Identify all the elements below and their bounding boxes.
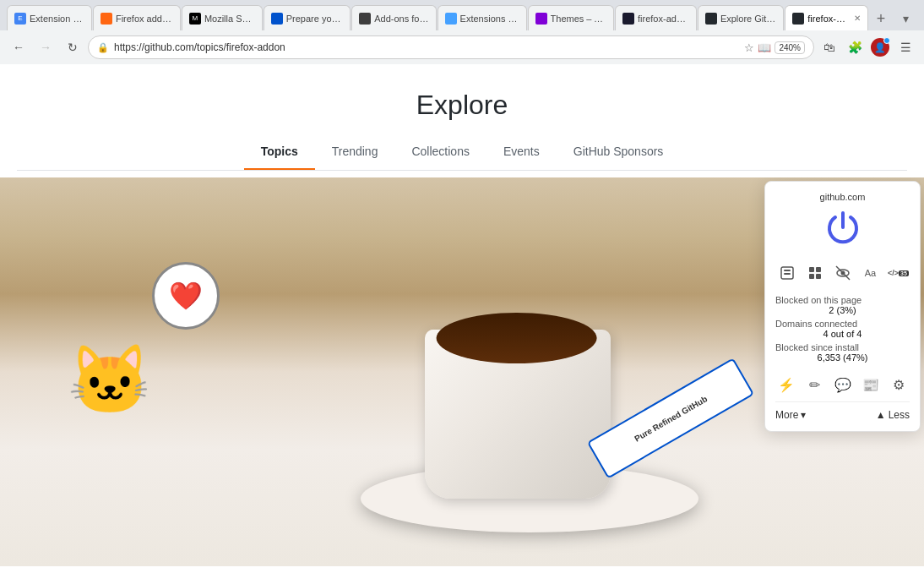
back-button[interactable]: ← [7,35,30,59]
lightning-icon: ⚡ [778,377,795,393]
svg-rect-3 [809,267,814,272]
popup-footer: More ▾ ▲ Less [775,401,910,421]
font-tool-button[interactable]: Aa [859,259,882,287]
svg-rect-6 [816,274,821,279]
stat-value: 2 (3%) [775,305,910,315]
tab-tab-github-addon[interactable]: firefox-addon-... [615,5,697,30]
popup-tools-row: Aa </>35 [775,259,910,287]
extensions-button[interactable]: 🧩 [843,35,867,59]
popup-header: github.com [775,192,910,251]
svg-rect-5 [809,274,814,279]
tab-tab-active[interactable]: firefox-addo... ✕ [785,5,868,30]
forward-button[interactable]: → [34,35,57,59]
page-content: Explore TopicsTrendingCollectionsEventsG… [0,64,924,584]
more-button[interactable]: More ▾ [775,409,806,421]
settings-icon: ⚙ [893,377,905,393]
popup-site: github.com [775,192,910,202]
more-label: More [775,409,798,421]
address-bar[interactable]: 🔒 https://github.com/topics/firefox-addo… [88,35,814,59]
tab-tab-addons-for-fire[interactable]: Add-ons for Fir... [351,5,436,30]
tab-tab-extension-basic[interactable]: E Extension Basi... [7,5,92,30]
settings-icon-button[interactable]: ⚙ [889,371,910,398]
tab-overflow-button[interactable]: ▾ [894,7,917,30]
svg-rect-2 [784,273,791,275]
explore-title: Explore [17,90,907,121]
stat-label: Blocked on this page [775,295,910,305]
popup-stat: Domains connected 4 out of 4 [775,319,910,339]
tab-bar: E Extension Basi... Firefox add-ons... M… [0,0,924,30]
lock-icon: 🔒 [97,42,109,53]
tab-title: Themes – Add-... [551,14,606,24]
popup-container: github.com [764,181,921,432]
popup-stat: Blocked on this page 2 (3%) [775,295,910,315]
browser-chrome: E Extension Basi... Firefox add-ons... M… [0,0,924,64]
tab-title: Explore GitHub... [720,14,776,24]
news-icon: 📰 [862,377,879,393]
tab-tab-explore-github[interactable]: Explore GitHub... [698,5,784,30]
url-display: https://github.com/topics/firefox-addon [114,41,739,53]
stat-label: Domains connected [775,319,910,329]
chat-icon: 💬 [834,377,851,393]
popup-power-icon [822,209,864,251]
profile-button[interactable]: 👤 [868,35,892,59]
lightning-icon-button[interactable]: ⚡ [775,371,796,398]
nav-item-github-sponsors[interactable]: GitHub Sponsors [557,134,681,170]
power-svg [822,209,864,251]
tab-title: Firefox add-ons... [116,14,173,24]
zoom-level: 240% [775,41,805,54]
tab-tab-firefox-addons[interactable]: Firefox add-ons... [93,5,181,30]
explore-header: Explore TopicsTrendingCollectionsEventsG… [0,64,924,171]
tab-tab-mozilla-support[interactable]: M Mozilla Support [182,5,263,30]
tab-title: Extension Basi... [30,14,84,24]
chevron-up-icon: ▲ [876,409,886,421]
pencil-icon-button[interactable]: ✏ [803,371,824,398]
stat-value: 6,353 (47%) [775,352,910,363]
tab-title: Prepare your Fi... [286,14,343,24]
tab-title: firefox-addon-... [638,14,689,24]
hero-image: ❤️ 🐱 Pure Refined GitHub github.com [0,177,924,566]
popup-actions-row: ⚡✏💬📰⚙ [775,371,910,398]
nav-item-topics[interactable]: Topics [244,134,315,170]
pocket-button[interactable]: 🛍 [818,35,841,59]
svg-line-9 [836,266,850,280]
tab-tab-themes[interactable]: Themes – Add-... [528,5,614,30]
stat-label: Blocked since install [775,342,910,352]
tab-tab-trello[interactable]: Prepare your Fi... [264,5,351,30]
stat-value: 4 out of 4 [775,329,910,339]
tab-title: Add-ons for Fir... [374,14,428,24]
popup-stats: Blocked on this page 2 (3%) Domains conn… [775,295,910,363]
grid-tool-button[interactable] [803,259,826,287]
menu-button[interactable]: ☰ [894,35,917,59]
tab-title: firefox-addo... [807,14,851,24]
page-tool-button[interactable] [775,259,798,287]
news-icon-button[interactable]: 📰 [860,371,881,398]
nav-item-events[interactable]: Events [486,134,557,170]
reader-icon[interactable]: 📖 [758,41,771,54]
pencil-icon: ✏ [809,377,820,393]
tab-close-icon[interactable]: ✕ [854,14,861,23]
popup-stat: Blocked since install 6,353 (47%) [775,342,910,363]
nav-item-collections[interactable]: Collections [394,134,486,170]
less-label: Less [889,409,910,421]
svg-rect-1 [784,270,791,271]
bookmark-icon[interactable]: ☆ [744,41,754,54]
explore-nav: TopicsTrendingCollectionsEventsGitHub Sp… [17,134,907,171]
code-tool-button[interactable]: </>35 [887,259,910,287]
nav-bar: ← → ↻ 🔒 https://github.com/topics/firefo… [0,30,924,64]
tab-title: Mozilla Support [204,14,255,24]
nav-item-trending[interactable]: Trending [315,134,395,170]
extension-popup: github.com [761,177,924,435]
reload-button[interactable]: ↻ [61,35,84,59]
eye-tool-button[interactable] [831,259,854,287]
tab-title: Extensions – Ad... [460,14,519,24]
chat-icon-button[interactable]: 💬 [832,371,853,398]
tab-tab-extensions[interactable]: Extensions – Ad... [438,5,527,30]
chevron-down-icon: ▾ [801,409,806,421]
svg-rect-4 [816,267,821,272]
less-button[interactable]: ▲ Less [876,409,910,421]
new-tab-button[interactable]: + [869,7,893,30]
nav-actions: 🛍 🧩 👤 ☰ [818,35,917,59]
